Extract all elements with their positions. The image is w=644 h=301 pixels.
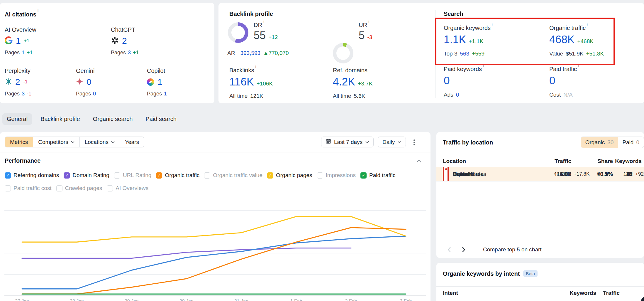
more-options-button[interactable] [411, 137, 417, 147]
x-tick-27-jan: 27 Jan [13, 299, 31, 301]
info-icon[interactable]: i [38, 9, 39, 13]
prev-page-icon[interactable] [444, 244, 454, 255]
chatgpt-label: ChatGPT [111, 26, 139, 33]
chevron-down-icon [365, 141, 369, 143]
ai-overview-count[interactable]: 1 [16, 36, 21, 46]
backlinks-value[interactable]: 116K [229, 76, 254, 88]
gemini-count[interactable]: 0 [87, 77, 91, 87]
perplexity-count[interactable]: 2 [15, 77, 20, 87]
compare-top5-link[interactable]: Compare top 5 on chart [483, 246, 542, 253]
location-row-canada[interactable]: Canada397<0.1%24 [436, 167, 644, 181]
checkbox-referring-domains[interactable]: ✓Referring domains [5, 172, 59, 179]
checkbox-organic-traffic[interactable]: ✓Organic traffic [156, 172, 199, 179]
info-icon[interactable]: i [369, 64, 370, 69]
ads-value[interactable]: 0 [456, 92, 459, 98]
referring-domains-line [22, 236, 406, 289]
dr-block: DRi 55+12 [254, 21, 278, 41]
col-traffic: Traffic [603, 290, 620, 296]
x-tick-29-jan: 29 Jan [122, 299, 141, 301]
ai-citations-card: AI citationsi AI Overview 1 +1 Pages1+1 … [0, 3, 214, 103]
domain-rating-donut [228, 22, 248, 43]
checkbox-paid-traffic[interactable]: ✓Paid traffic [360, 172, 395, 179]
x-tick-30-jan: 30 Jan [177, 299, 196, 301]
organic-traffic-value[interactable]: 468K [549, 34, 574, 46]
checkbox-url-rating[interactable]: URL Rating [114, 172, 152, 179]
organic-pages-line [22, 216, 406, 242]
next-page-icon[interactable] [458, 244, 469, 255]
filter-competitors[interactable]: Competitors [33, 137, 79, 147]
tab-paid-search[interactable]: Paid search [141, 113, 181, 125]
performance-card: MetricsCompetitorsLocationsYears Last 7 … [0, 132, 431, 301]
tab-backlink-profile[interactable]: Backlink profile [36, 113, 84, 125]
granularity-button[interactable]: Daily [378, 137, 406, 147]
top3-value[interactable]: 563 [460, 51, 469, 57]
paid-traffic-value[interactable]: 0 [549, 75, 555, 87]
info-icon[interactable]: i [263, 19, 264, 23]
checked-box-icon: ✓ [5, 172, 11, 179]
organic-keywords-value[interactable]: 1.1K [444, 34, 466, 46]
organic-traffic-line [22, 228, 406, 294]
toggle-paid[interactable]: Paid0 [618, 137, 644, 148]
toggle-organic[interactable]: Organic30 [581, 137, 618, 148]
info-icon[interactable]: i [255, 64, 256, 69]
ai-citations-title: AI citationsi [5, 11, 38, 18]
location-pagination: Compare top 5 on chart [444, 244, 542, 255]
ar-value[interactable]: 393,593 [240, 50, 260, 56]
info-icon[interactable]: i [578, 63, 579, 68]
ai-citation-copilot: Copilot 1 Pages1 [147, 68, 169, 97]
copilot-pages[interactable]: 1 [164, 91, 167, 97]
filter-metrics[interactable]: Metrics [5, 137, 33, 147]
info-icon[interactable]: i [483, 63, 484, 68]
ai-overview-pages[interactable]: 1 [22, 50, 25, 56]
perplexity-pages[interactable]: 3 [22, 91, 25, 97]
unchecked-box-icon [107, 185, 113, 191]
checkbox-paid-traffic-cost[interactable]: Paid traffic cost [5, 185, 52, 191]
paid-keywords-block: Paid keywordsi 0 Ads0 [444, 65, 484, 98]
chatgpt-count[interactable]: 2 [122, 36, 127, 46]
organic-paid-toggle: Organic30 Paid0 [581, 137, 644, 148]
chatgpt-pages[interactable]: 3 [128, 50, 131, 56]
tab-general[interactable]: General [2, 113, 32, 125]
info-icon[interactable]: i [368, 19, 369, 23]
divider [436, 153, 644, 153]
info-icon[interactable]: i [492, 22, 493, 26]
performance-chart [0, 192, 428, 297]
ahrefs-rank-row: AR393,593▲770,070 [227, 50, 289, 56]
checkbox-organic-pages[interactable]: ✓Organic pages [267, 172, 312, 179]
filter-years[interactable]: Years [120, 137, 144, 147]
copilot-count[interactable]: 1 [157, 77, 162, 87]
perplexity-label: Perplexity [5, 68, 31, 74]
checkbox-organic-traffic-value[interactable]: Organic traffic value [204, 172, 262, 179]
tab-organic-search[interactable]: Organic search [89, 113, 137, 125]
chart-x-axis-labels: 27 Jan28 Jan29 Jan30 Jan31 Jan1 Feb2 Feb… [0, 299, 428, 301]
gemini-pages[interactable]: 0 [93, 91, 96, 97]
info-icon[interactable]: i [587, 22, 588, 26]
performance-title: Performance [5, 157, 40, 164]
col-keywords: Keywords [570, 290, 596, 296]
unchecked-box-icon [114, 172, 120, 179]
intent-table-header: Intent Keywords Traffic [436, 290, 644, 299]
keywords-link[interactable]: 24 [626, 167, 633, 181]
checkbox-ai-overviews[interactable]: AI Overviews [107, 185, 148, 191]
collapse-chevron-icon[interactable] [416, 159, 421, 164]
checkbox-impressions[interactable]: Impressions [317, 172, 356, 179]
date-range-button[interactable]: Last 7 days [321, 137, 374, 147]
x-tick-3-feb: 3 Feb [396, 299, 415, 301]
checked-box-icon: ✓ [360, 172, 367, 179]
checkbox-domain-rating[interactable]: ✓Domain Rating [64, 172, 109, 179]
x-tick-28-jan: 28 Jan [67, 299, 86, 301]
filter-button-group: MetricsCompetitorsLocationsYears [5, 137, 144, 147]
checked-box-icon: ✓ [156, 172, 162, 179]
checkbox-crawled-pages[interactable]: Crawled pages [56, 185, 102, 191]
beta-badge: Beta [523, 270, 538, 277]
section-tabs: GeneralBacklink profileOrganic searchPai… [2, 112, 181, 125]
keywords-by-intent-card: Organic keywords by intentBeta Intent Ke… [436, 263, 644, 301]
backlinks-block: Backlinksi 116K+106K All time121K [229, 66, 273, 99]
paid-keywords-value[interactable]: 0 [444, 75, 450, 87]
ref-domains-value[interactable]: 4.2K [333, 76, 355, 88]
filter-locations[interactable]: Locations [80, 137, 120, 147]
unchecked-box-icon [56, 185, 62, 191]
backlink-profile-card: Backlink profile DRi 55+12 AR393,593▲770… [218, 3, 644, 103]
unchecked-box-icon [317, 172, 323, 179]
x-tick-1-feb: 1 Feb [287, 299, 306, 301]
